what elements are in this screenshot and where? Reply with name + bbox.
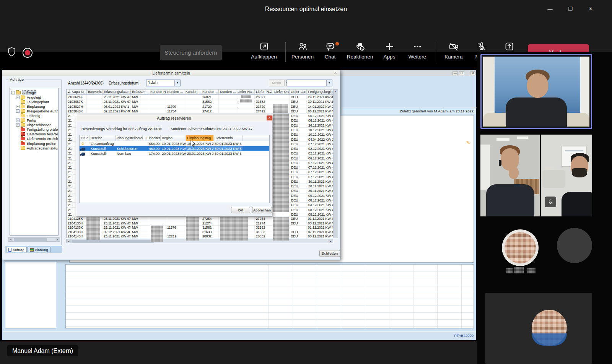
schliessen-button[interactable]: Schließen xyxy=(319,250,340,257)
request-control-button[interactable]: Steuerung anfordern xyxy=(160,45,222,60)
minimize-icon[interactable]: — xyxy=(540,0,560,18)
column-header[interactable]: Bereich xyxy=(90,135,116,141)
camera-button[interactable]: Kamera xyxy=(438,41,470,65)
expander-icon[interactable]: + xyxy=(16,109,20,113)
filter-combobox[interactable]: ▼ xyxy=(286,80,332,86)
column-header[interactable]: Liefer-Land xyxy=(290,89,307,94)
tree-item[interactable]: - Aufträge xyxy=(10,90,58,95)
scroll-left-icon[interactable]: ◄ xyxy=(67,239,71,243)
column-header[interactable]: Erfassungsdatum xyxy=(103,89,131,94)
tree-item[interactable]: Liefertermin teilerreicht xyxy=(10,132,58,136)
folder-icon xyxy=(21,105,25,108)
column-header[interactable]: Einheiten xyxy=(145,135,161,141)
column-header[interactable]: OK? xyxy=(80,135,90,141)
tree-item[interactable]: Fertigstellung prüfen xyxy=(10,127,58,132)
expander-icon[interactable]: - xyxy=(11,91,15,94)
reactions-button[interactable]: Reaktionen xyxy=(343,41,377,65)
expander-icon[interactable]: + xyxy=(16,119,20,122)
grid-line xyxy=(413,265,413,328)
planning-grid xyxy=(65,264,474,328)
tab-auftrag[interactable]: Auftrag xyxy=(6,247,27,252)
avatar[interactable] xyxy=(502,229,539,266)
close-icon[interactable]: ✕ xyxy=(470,72,475,75)
table-row[interactable]: 2104128K25.11.2021 KW 47MW2725427254DEU0… xyxy=(67,217,333,221)
column-header[interactable]: Bauvorha... xyxy=(87,89,103,94)
column-header[interactable]: Kunden-Nr xyxy=(149,89,166,94)
scrollbar-thumb[interactable] xyxy=(72,240,154,243)
column-header[interactable]: Erfasser xyxy=(131,89,149,94)
avatar[interactable] xyxy=(557,228,592,263)
tree-item-label: Einplanung xyxy=(27,104,45,109)
video-tile-participant-3[interactable] xyxy=(541,135,592,216)
cancel-button[interactable]: Abbrechen xyxy=(252,207,272,213)
tree-item[interactable]: Liefertermin erreicht xyxy=(10,136,58,141)
column-header[interactable]: Liefer-PLZ xyxy=(255,89,273,94)
table-row[interactable]: 2103848K02.12.2021 KW 48MW11754274122741… xyxy=(67,109,333,114)
reservation-row[interactable]: Gesamtauftrag 654,00 19.01.2023 KW 3 19.… xyxy=(80,141,269,146)
expander-icon[interactable]: + xyxy=(16,123,20,127)
column-header[interactable]: Kunden-... xyxy=(184,89,201,94)
table-horizontal-scrollbar[interactable]: ◄ ► xyxy=(66,239,333,243)
expander-icon[interactable]: + xyxy=(16,96,20,99)
table-row[interactable]: 2103827H06.01.2022 KW 1MW1170921720.2172… xyxy=(67,104,333,109)
minimize-icon[interactable]: — xyxy=(452,72,458,75)
scroll-right-icon[interactable]: ► xyxy=(55,238,60,241)
maximize-icon[interactable]: ❐ xyxy=(561,0,580,18)
scroll-left-icon[interactable]: ◄ xyxy=(8,238,13,241)
close-icon[interactable]: ✕ xyxy=(332,71,339,76)
status-icon xyxy=(81,153,85,156)
tree-item[interactable]: + Abgeschlossen xyxy=(10,123,58,127)
menu-button[interactable]: Menü ▼ xyxy=(269,80,284,86)
tab-planung[interactable]: Planung xyxy=(28,247,50,252)
column-header[interactable]: Fertigungsbegin... xyxy=(307,89,333,94)
column-header[interactable]: Liefer-Na... xyxy=(236,89,255,94)
column-header[interactable]: Liefer-Ort xyxy=(273,89,290,94)
tree-item[interactable]: + Angelegt xyxy=(10,95,58,99)
tree-item[interactable]: + Freigegebene Aufträge xyxy=(10,109,58,113)
column-header-highlighted[interactable]: Einplanungstag xyxy=(186,135,213,141)
tree-item[interactable]: + Einplanung xyxy=(10,104,58,109)
chat-button[interactable]: Chat xyxy=(314,41,346,65)
column-header[interactable]: ∠ Kapa-Nr xyxy=(67,89,87,94)
reservation-row[interactable]: Kunststoff Normbau 174,00 20.01.2023 KW … xyxy=(80,151,269,156)
close-icon[interactable]: ✕ xyxy=(267,115,272,120)
tree-horizontal-scrollbar[interactable]: ◄ ► xyxy=(8,237,60,242)
tree-item[interactable]: Einplanung prüfen xyxy=(10,141,58,146)
column-header[interactable]: Kunden-... xyxy=(166,89,184,94)
participant-video xyxy=(483,57,589,127)
more-button[interactable]: Weitere xyxy=(402,41,433,65)
close-icon[interactable]: ✕ xyxy=(581,0,600,18)
column-header[interactable]: Kunden-... xyxy=(201,89,219,94)
column-header[interactable]: Kunden-... xyxy=(219,89,236,94)
table-row[interactable]: 2103667K25.11.2021 KW 47MW31582.31582DEU… xyxy=(67,99,333,104)
table-row[interactable]: 2104130H25.11.2021 KW 47MW2127421274DEU0… xyxy=(67,221,333,226)
reservation-row[interactable]: Kunststoff Schiebetüren 480,00 19.01.202… xyxy=(80,146,269,151)
scroll-right-icon[interactable]: ► xyxy=(329,239,333,243)
table-vertical-scrollbar[interactable]: ▲ ▼ xyxy=(333,89,338,238)
column-header[interactable]: Beginn xyxy=(161,135,186,141)
table-row[interactable]: 2104136K25.11.2021 KW 47MW11576315823158… xyxy=(67,226,333,230)
video-tile-participant-2[interactable] xyxy=(480,135,540,216)
tree-item[interactable]: + Fertig xyxy=(10,118,58,123)
tree-item[interactable]: Teilfertig xyxy=(10,113,58,118)
toolbar-divider xyxy=(436,42,436,62)
table-row[interactable]: 2104138H02.12.2021 KW 48MW3163331633DEU0… xyxy=(67,230,333,235)
scroll-down-icon[interactable]: ▼ xyxy=(334,89,338,238)
popout-button[interactable]: Aufklappen xyxy=(248,41,280,65)
tree-item[interactable]: Auftragsdaten aktualisieren xyxy=(10,146,58,150)
apps-button[interactable]: Apps xyxy=(376,41,402,65)
maximize-icon[interactable]: ❐ xyxy=(459,72,464,75)
video-tile-bottom[interactable] xyxy=(485,293,592,364)
column-header[interactable]: Liefertermin xyxy=(213,135,243,141)
edit-pencil-icon[interactable]: ✎ xyxy=(466,140,470,145)
ok-button[interactable]: OK xyxy=(231,207,250,213)
expander-icon[interactable]: + xyxy=(16,105,20,108)
column-header[interactable]: Planungsteilberei... xyxy=(116,135,145,141)
table-row[interactable]: 2103624K25.11.2021 KW 47MW26871.26871DEU… xyxy=(67,95,333,99)
tree-item[interactable]: Teileingeplant xyxy=(10,99,58,104)
scrollbar-thumb[interactable] xyxy=(14,238,47,241)
video-tile-active-speaker[interactable] xyxy=(480,54,592,129)
date-filter-select[interactable]: 1 Jahr ▼ xyxy=(146,80,181,86)
table-row[interactable]: 2104143H25.11.2021 KW 47MW12219288322883… xyxy=(67,234,333,238)
window-title: Liefertermin ermitteln xyxy=(2,70,340,76)
